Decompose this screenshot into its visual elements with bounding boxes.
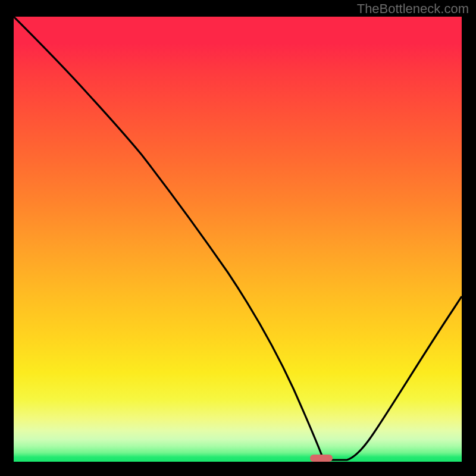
plot-area bbox=[14, 17, 462, 462]
optimal-marker bbox=[310, 455, 333, 462]
chart-frame: TheBottleneck.com bbox=[0, 0, 476, 476]
curve-path bbox=[14, 17, 462, 460]
bottleneck-curve bbox=[14, 17, 462, 462]
watermark-text: TheBottleneck.com bbox=[357, 1, 469, 17]
